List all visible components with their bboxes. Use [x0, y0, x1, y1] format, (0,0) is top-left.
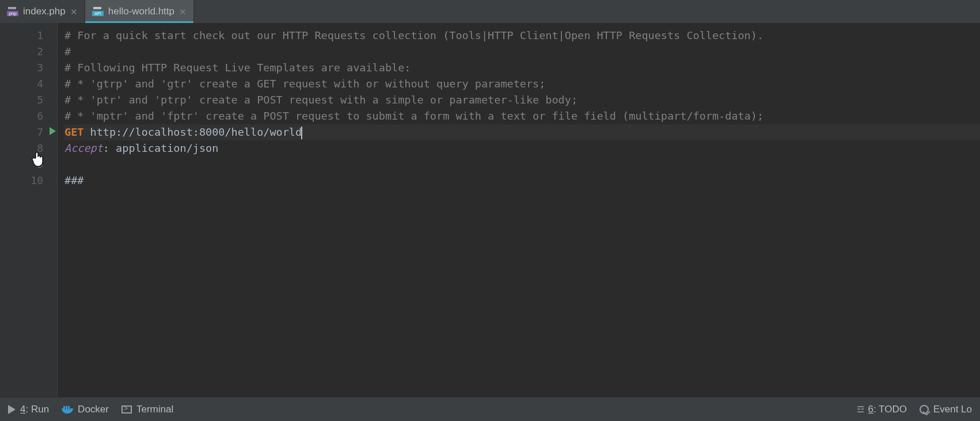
close-icon[interactable]: ✕ [179, 7, 187, 16]
play-icon [8, 405, 16, 414]
editor: 12345678910 # For a quick start check ou… [0, 23, 980, 397]
code-area[interactable]: # For a quick start check out our HTTP R… [58, 23, 980, 397]
run-request-icon[interactable] [50, 127, 56, 135]
code-line[interactable]: # * 'ptr' and 'ptrp' create a POST reque… [64, 92, 980, 108]
editor-tab-bar: php index.php ✕ API hello-world.http ✕ [0, 0, 980, 23]
line-number: 2 [0, 44, 57, 60]
tab-label: index.php [23, 6, 66, 17]
docker-tool-window-button[interactable]: Docker [62, 404, 109, 415]
balloon-icon [920, 405, 929, 414]
intention-bulb-icon[interactable] [81, 110, 91, 120]
close-icon[interactable]: ✕ [70, 7, 78, 16]
docker-icon [62, 405, 73, 414]
line-number: 10 [0, 173, 57, 189]
line-number: 5 [0, 92, 57, 108]
status-bar: 4: Run Docker Terminal ☲ 6: TODO Event L… [0, 397, 980, 421]
code-line[interactable]: # For a quick start check out our HTTP R… [64, 28, 980, 44]
terminal-icon [121, 405, 132, 414]
line-number: 1 [0, 28, 57, 44]
svg-rect-3 [93, 7, 101, 9]
list-icon: ☲ [857, 404, 863, 415]
line-number: 7 [0, 124, 57, 140]
line-number: 8 [0, 140, 57, 156]
line-number: 6 [0, 108, 57, 124]
line-number: 3 [0, 60, 57, 76]
line-number: 9 [0, 156, 57, 173]
todo-tool-window-button[interactable]: ☲ 6: TODO [857, 404, 906, 415]
code-line[interactable]: # [64, 44, 980, 60]
code-line[interactable]: # * 'mptr' and 'fptr' create a POST requ… [64, 108, 980, 124]
line-number-gutter: 12345678910 [0, 23, 58, 397]
code-line[interactable]: GET http://localhost:8000/hello/world [64, 124, 980, 140]
line-number: 4 [0, 76, 57, 92]
code-line[interactable] [64, 156, 980, 173]
terminal-tool-window-button[interactable]: Terminal [121, 404, 173, 415]
api-file-icon: API [92, 7, 104, 16]
svg-rect-0 [8, 7, 16, 9]
php-file-icon: php [7, 7, 18, 16]
tab-label: hello-world.http [108, 6, 174, 17]
code-line[interactable]: # Following HTTP Request Live Templates … [64, 60, 980, 76]
tab-index-php[interactable]: php index.php ✕ [0, 0, 85, 23]
code-line[interactable]: ### [64, 173, 980, 189]
caret [301, 127, 302, 139]
run-tool-window-button[interactable]: 4: Run [8, 404, 49, 415]
event-log-button[interactable]: Event Lo [920, 404, 972, 415]
code-line[interactable]: # * 'gtrp' and 'gtr' create a GET reques… [64, 76, 980, 92]
svg-text:API: API [94, 12, 101, 16]
code-line[interactable]: Accept: application/json [64, 140, 980, 156]
tab-hello-world-http[interactable]: API hello-world.http ✕ [85, 0, 194, 23]
svg-text:php: php [9, 11, 17, 16]
